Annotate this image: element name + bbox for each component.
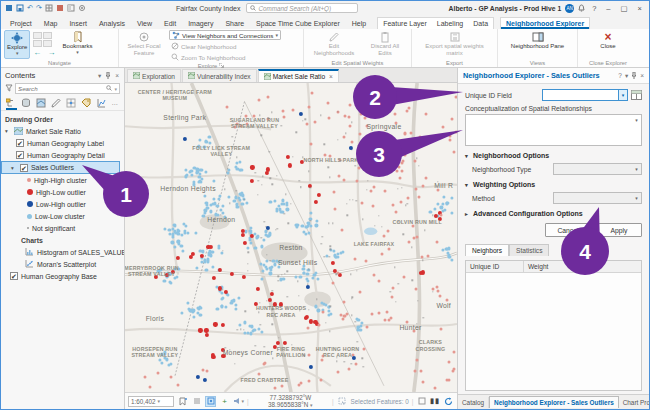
- refresh-icon[interactable]: [443, 396, 454, 407]
- advanced-configuration-section[interactable]: ▸ Advanced Configuration Options: [465, 210, 642, 217]
- list-by-snapping-icon[interactable]: [66, 97, 77, 108]
- neighborhood-options-section[interactable]: ▾ Neighborhood Options: [465, 152, 642, 159]
- list-by-data-source-icon[interactable]: [21, 97, 32, 108]
- prev-next-extent-buttons[interactable]: ← →: [33, 48, 57, 57]
- tab-insert[interactable]: Insert: [64, 18, 92, 29]
- table-icon[interactable]: [45, 4, 53, 12]
- tab-neighbors[interactable]: Neighbors: [465, 244, 509, 256]
- list-by-charts-icon[interactable]: [96, 97, 107, 108]
- select-focal-feature-button[interactable]: Select Focal Feature: [122, 30, 166, 62]
- map-node[interactable]: ▾ Market Sale Ratio: [1, 125, 124, 137]
- checkbox-checked[interactable]: ✔: [16, 139, 24, 147]
- maximize-button[interactable]: ▢: [618, 4, 631, 13]
- list-by-editing-icon[interactable]: [51, 97, 62, 108]
- more-options-icon[interactable]: …: [110, 99, 119, 106]
- zoom-to-neighborhood-button[interactable]: Zoom To Neighborhood: [169, 52, 281, 62]
- view-tab-exploration[interactable]: Exploration: [127, 69, 181, 82]
- close-window-button[interactable]: ×: [635, 4, 645, 13]
- new-bookmark-icon[interactable]: [177, 396, 188, 407]
- tab-edit[interactable]: Edit: [159, 18, 181, 29]
- chart-histogram-item[interactable]: Histogram of SALES_VALUE: [1, 246, 124, 258]
- view-neighbors-dropdown[interactable]: View Neighbors and Connections ▾: [169, 30, 281, 40]
- locate-icon[interactable]: [78, 4, 86, 12]
- close-explorer-button[interactable]: × Close: [590, 30, 626, 59]
- tab-labeling[interactable]: Labeling: [432, 18, 468, 29]
- pin-icon[interactable]: [631, 72, 637, 80]
- layer-human-geography-base[interactable]: ✔ Human Geography Base: [1, 270, 124, 282]
- close-view-icon[interactable]: ×: [329, 73, 333, 80]
- clear-neighborhood-button[interactable]: Clear Neighborhood: [169, 41, 281, 51]
- filter-icon[interactable]: [5, 84, 13, 93]
- command-search-input[interactable]: [258, 5, 354, 12]
- pane-menu-chevron-icon[interactable]: ▾: [97, 72, 102, 80]
- tab-space-time-cube-explorer[interactable]: Space Time Cube Explorer: [251, 18, 345, 29]
- view-tab-market-sale-ratio[interactable]: Market Sale Ratio ×: [258, 69, 339, 82]
- layer-sales-outliers[interactable]: ▾ ✔ Sales Outliers: [1, 161, 120, 174]
- neighborhood-pane-button[interactable]: Neighborhood Pane: [507, 30, 569, 59]
- selected-features-count[interactable]: Selected Features: 0: [351, 398, 409, 405]
- search-options-chevron-icon[interactable]: ▾: [114, 86, 117, 92]
- collapse-icon[interactable]: ▾: [5, 128, 11, 134]
- help-icon[interactable]: ?: [589, 4, 599, 13]
- weighting-options-section[interactable]: ▾ Weighting Options: [465, 181, 642, 188]
- map-scale-combo[interactable]: 1:60,402 ▾: [128, 396, 174, 407]
- snapping-toggle-icon[interactable]: [205, 396, 216, 407]
- pause-drawing-icon[interactable]: ▮▮: [430, 397, 440, 405]
- undo-icon[interactable]: ↶: [27, 4, 33, 12]
- apply-button[interactable]: Apply: [596, 223, 642, 237]
- list-by-selection-icon[interactable]: [36, 97, 47, 108]
- layer-human-geography-detail[interactable]: ✔ Human Geography Detail: [1, 149, 124, 161]
- collapse-icon[interactable]: ▾: [11, 165, 17, 171]
- checkbox-checked[interactable]: ✔: [10, 272, 18, 280]
- contents-search-box[interactable]: ▾: [15, 83, 120, 94]
- conceptualization-combo[interactable]: ▾: [465, 114, 642, 146]
- close-pane-icon[interactable]: ×: [114, 72, 120, 79]
- discard-all-edits-button[interactable]: Discard All Edits: [363, 30, 407, 59]
- checkbox-checked[interactable]: ✔: [16, 151, 24, 159]
- chart-morans-scatterplot-item[interactable]: Moran's Scatterplot: [1, 258, 124, 270]
- tab-data[interactable]: Data: [468, 18, 493, 29]
- map-canvas[interactable]: CENTER / HERITAGE FARM MUSEUMSterling Pa…: [125, 83, 457, 392]
- tab-analysis[interactable]: Analysis: [94, 18, 130, 29]
- neighborhood-type-combo[interactable]: ▾: [553, 163, 642, 175]
- contents-search-input[interactable]: [18, 85, 104, 92]
- bookmarks-button[interactable]: Bookmarks ▾: [61, 30, 95, 59]
- notifications-bell-icon[interactable]: [578, 4, 585, 13]
- pin-icon[interactable]: [104, 72, 112, 80]
- layout-icon[interactable]: [67, 4, 75, 12]
- tab-project[interactable]: Project: [5, 18, 37, 29]
- list-by-drawing-order-icon[interactable]: [6, 97, 17, 108]
- tab-map[interactable]: Map: [39, 18, 63, 29]
- tab-share[interactable]: Share: [220, 18, 249, 29]
- notifications-megaphone-icon[interactable]: ▾: [233, 396, 244, 407]
- cancel-button[interactable]: Cancel: [545, 223, 591, 237]
- export-spatial-weights-button[interactable]: Export spatial weights matrix: [422, 30, 488, 59]
- command-search[interactable]: [246, 3, 358, 13]
- list-by-labeling-icon[interactable]: [81, 97, 92, 108]
- view-tab-vulnerability-index[interactable]: Vulnerability Index: [182, 69, 257, 82]
- method-combo[interactable]: ▾: [553, 192, 642, 204]
- extent-buttons[interactable]: [33, 32, 57, 47]
- minimize-button[interactable]: –: [603, 4, 613, 13]
- pane-menu-chevron-icon[interactable]: ▾: [625, 72, 628, 80]
- explore-button[interactable]: Explore ▾: [4, 30, 30, 59]
- tab-help[interactable]: Help: [347, 18, 371, 29]
- map-coordinates[interactable]: 77.3288792°W 38.9655838°N ▾: [252, 394, 329, 408]
- tab-view[interactable]: View: [132, 18, 157, 29]
- unique-id-field-combo[interactable]: ▾: [542, 89, 628, 101]
- basemap-icon[interactable]: [56, 4, 64, 12]
- help-icon[interactable]: ?: [618, 72, 622, 79]
- add-feature-icon[interactable]: +: [219, 396, 230, 407]
- avatar[interactable]: AN: [565, 4, 574, 13]
- column-header-unique-id[interactable]: Unique ID: [466, 261, 524, 272]
- tab-statistics[interactable]: Statistics: [509, 244, 549, 256]
- edit-neighborhoods-button[interactable]: Edit Neighborhoods: [308, 30, 360, 59]
- tab-neighborhood-explorer-pane[interactable]: Neighborhood Explorer - Sales Outliers: [489, 396, 619, 408]
- redo-icon[interactable]: ↷: [36, 4, 42, 12]
- fields-table-icon[interactable]: [631, 90, 642, 101]
- overview-icon[interactable]: [191, 396, 202, 407]
- tab-imagery[interactable]: Imagery: [183, 18, 218, 29]
- tab-neighborhood-explorer[interactable]: Neighborhood Explorer: [501, 18, 589, 29]
- attributes-window-icon[interactable]: [416, 396, 427, 407]
- tab-catalog[interactable]: Catalog: [458, 397, 489, 408]
